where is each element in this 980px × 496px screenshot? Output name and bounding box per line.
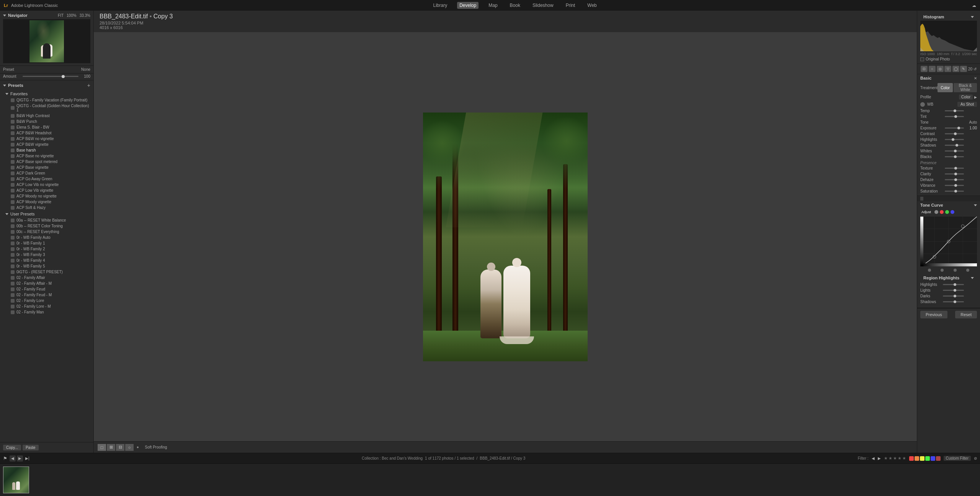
basic-panel-header[interactable]: Basic ✕: [917, 74, 980, 82]
tab-web[interactable]: Web: [585, 2, 599, 9]
navigator-thumbnail[interactable]: [3, 19, 90, 63]
exposure-slider[interactable]: [945, 127, 964, 129]
tc-rgb-dot[interactable]: [934, 210, 938, 214]
preset-item-bw-punch[interactable]: B&W Punch: [0, 119, 93, 124]
tab-print[interactable]: Print: [564, 2, 578, 9]
preset-item-0r-1[interactable]: 0r - WB Family 1: [0, 240, 93, 246]
curve-point-mid2[interactable]: [954, 269, 957, 272]
flag-green[interactable]: [925, 456, 930, 461]
preset-item-acp-moody-no[interactable]: ACP Moody no vignette: [0, 193, 93, 199]
flag-yellow[interactable]: [920, 456, 924, 461]
preset-item-0r-5[interactable]: 0r - WB Family 5: [0, 263, 93, 269]
preset-item-acp-bw-vignette[interactable]: ACP B&W vignette: [0, 142, 93, 147]
preset-item-acp-low-vib[interactable]: ACP Low Vib vignette: [0, 188, 93, 193]
shadows-slider[interactable]: [945, 145, 964, 146]
preset-item-qigtg-cocktail[interactable]: QIGTG - Cocktail (Golden Hour Collection…: [0, 103, 93, 113]
preset-item-acp-dark-green[interactable]: ACP Dark Green: [0, 170, 93, 176]
prev-arrow[interactable]: ◀: [10, 455, 16, 462]
whites-slider[interactable]: [945, 150, 964, 152]
navigator-header[interactable]: Navigator FIT 100% 33.3%: [3, 13, 90, 18]
star-2[interactable]: ★: [889, 456, 892, 461]
curve-point-highlight[interactable]: [966, 269, 969, 272]
preset-item-02-affair-m[interactable]: 02 - Family Affair - M: [0, 281, 93, 286]
preset-item-0r-2[interactable]: 0r - WB Family 2: [0, 246, 93, 252]
tab-slideshow[interactable]: Slideshow: [530, 2, 556, 9]
tab-develop[interactable]: Develop: [457, 2, 479, 9]
preset-item-0r-4[interactable]: 0r - WB Family 4: [0, 258, 93, 263]
preset-item-0r-auto[interactable]: 0r - WB Family Auto: [0, 235, 93, 240]
profile-selector[interactable]: Color ▶: [959, 95, 977, 100]
spot-removal-tool[interactable]: ○: [929, 66, 936, 72]
paste-button[interactable]: Paste: [23, 445, 39, 450]
saturation-slider[interactable]: [945, 191, 964, 192]
vibrance-slider[interactable]: [945, 185, 964, 186]
histogram-header[interactable]: Histogram: [920, 13, 977, 21]
preset-item-acp-low-vib-no[interactable]: ACP Low Vib no vignette: [0, 182, 93, 188]
favorites-group-header[interactable]: Favorites: [0, 90, 93, 97]
single-view-button[interactable]: □: [98, 444, 106, 451]
auto-button[interactable]: Auto: [969, 120, 977, 124]
dehaze-slider[interactable]: [945, 179, 964, 180]
radial-filter-tool[interactable]: ◯: [952, 66, 959, 72]
tab-library[interactable]: Library: [431, 2, 450, 9]
compare-view-button[interactable]: ⊞: [107, 444, 115, 451]
user-presets-group-header[interactable]: User Presets: [0, 210, 93, 217]
navigator-zoom-fit[interactable]: FIT: [58, 13, 64, 18]
crop-tool[interactable]: ⊡: [921, 66, 928, 72]
region-lights-slider[interactable]: [943, 290, 964, 291]
flag-purple[interactable]: [936, 456, 941, 461]
preset-item-00b[interactable]: 00b -- RESET Color Toning: [0, 223, 93, 229]
preset-item-bw-high[interactable]: B&W High Contrast: [0, 113, 93, 119]
cloud-icon[interactable]: ☁: [972, 3, 976, 8]
flag-red[interactable]: [909, 456, 914, 461]
region-darks-slider[interactable]: [943, 295, 964, 297]
preset-item-0igtg[interactable]: 0iGTG - (RESET PRESET): [0, 269, 93, 275]
basic-close-icon[interactable]: ✕: [974, 76, 977, 80]
preset-item-02-affair[interactable]: 02 - Family Affair: [0, 275, 93, 281]
blacks-slider[interactable]: [945, 156, 964, 157]
contrast-slider[interactable]: [945, 133, 964, 134]
preset-item-02-lore[interactable]: 02 - Family Lore: [0, 298, 93, 303]
navigator-zoom-33[interactable]: 33.3%: [80, 13, 90, 18]
wb-eyedropper-icon[interactable]: [920, 102, 925, 107]
temp-slider[interactable]: [945, 110, 964, 111]
preset-item-acp-bw-headshot[interactable]: ACP B&W Headshot: [0, 130, 93, 136]
region-highlights-header[interactable]: Region Highlights: [920, 274, 977, 282]
adjustment-brush-tool[interactable]: ✎: [960, 66, 967, 72]
tint-slider[interactable]: [945, 116, 964, 117]
preset-item-acp-base-vignette[interactable]: ACP Base vignette: [0, 165, 93, 170]
preset-item-acp-base-spot[interactable]: ACP Base spot metered: [0, 159, 93, 165]
tab-map[interactable]: Map: [486, 2, 500, 9]
collapse-divider[interactable]: [917, 196, 980, 201]
preset-item-acp-go-away[interactable]: ACP Go Away Green: [0, 176, 93, 182]
preset-item-00c[interactable]: 00c -- RESET Everything: [0, 229, 93, 235]
filter-arrow-left[interactable]: ◀: [872, 456, 875, 460]
preset-item-02-feud-m[interactable]: 02 - Family Feud - M: [0, 292, 93, 298]
wb-value[interactable]: As Shot: [957, 102, 977, 107]
star-1[interactable]: ★: [884, 456, 888, 461]
preset-item-02-man[interactable]: 02 - Family Man: [0, 309, 93, 315]
flag-orange[interactable]: [915, 456, 919, 461]
color-button[interactable]: Color: [938, 83, 953, 92]
preset-item-00a[interactable]: 00a -- RESET White Balance: [0, 217, 93, 223]
original-photo-checkbox[interactable]: [920, 57, 924, 61]
nav-end-arrow[interactable]: ▶|: [25, 456, 29, 460]
soft-proof-label[interactable]: Soft Proofing: [145, 445, 167, 449]
region-shadows-slider[interactable]: [943, 301, 964, 302]
next-arrow[interactable]: ▶: [17, 455, 23, 462]
tc-green-dot[interactable]: [945, 210, 949, 214]
preset-item-0r-3[interactable]: 0r - WB Family 3: [0, 252, 93, 258]
preset-item-elena[interactable]: Elena S. Blair - BW: [0, 124, 93, 130]
preset-item-02-feud[interactable]: 02 - Family Feud: [0, 286, 93, 292]
presets-header[interactable]: Presets +: [0, 80, 93, 90]
previous-button[interactable]: Previous: [920, 311, 947, 318]
tab-book[interactable]: Book: [508, 2, 523, 9]
flag-blue[interactable]: [931, 456, 935, 461]
people-view-button[interactable]: ○: [125, 444, 134, 451]
curve-point-mid1[interactable]: [941, 269, 944, 272]
preset-item-acp-base-harsh[interactable]: Base harsh: [0, 147, 93, 153]
tc-blue-dot[interactable]: [951, 210, 954, 214]
preset-item-acp-base-no-vignette[interactable]: ACP Base no vignette: [0, 153, 93, 159]
star-4[interactable]: ★: [898, 456, 902, 461]
graduated-filter-tool[interactable]: ▽: [944, 66, 951, 72]
